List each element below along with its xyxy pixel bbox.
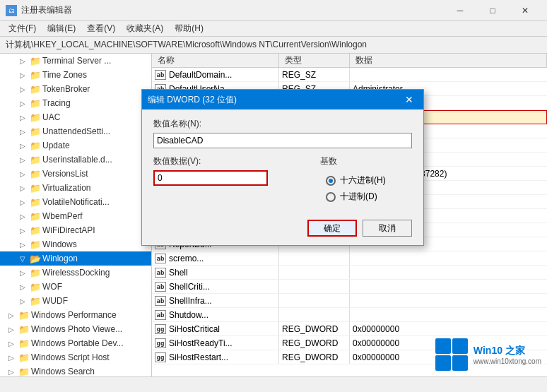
expand-icon: ▷ <box>17 114 28 121</box>
cancel-button[interactable]: 取消 <box>363 220 412 237</box>
address-bar: 计算机\HKEY_LOCAL_MACHINE\SOFTWARE\Microsof… <box>0 37 547 54</box>
cell-data: 0x00000000 <box>350 322 547 335</box>
tree-item-uac[interactable]: ▷ 📁 UAC <box>0 110 151 124</box>
folder-icon: 📁 <box>30 56 41 66</box>
folder-icon: 📁 <box>30 296 41 307</box>
tree-item-label: Windows <box>42 239 77 249</box>
tree-item-wirelessdocking[interactable]: ▷ 📁 WirelesssDocking <box>0 266 151 280</box>
tree-item-label: Windows Search <box>31 367 95 376</box>
expand-icon: ▷ <box>17 241 28 249</box>
folder-icon: 📁 <box>30 84 41 95</box>
col-header-data[interactable]: 数据 <box>350 54 547 67</box>
radio-hex-circle <box>326 176 336 186</box>
tree-scroll[interactable]: ▷ 📁 Terminal Server ... ▷ 📁 Time Zones ▷… <box>0 54 151 392</box>
tree-item-versionslist[interactable]: ▷ 📁 VersionsList <box>0 167 151 181</box>
folder-icon: 📁 <box>30 141 41 151</box>
table-row[interactable]: abShutdow... <box>152 308 547 322</box>
dialog-title: 编辑 DWORD (32 位值) <box>148 94 237 106</box>
col-header-name[interactable]: 名称 <box>152 54 279 67</box>
cell-type <box>279 294 350 307</box>
reg-icon-ab: ab <box>155 254 166 263</box>
dialog-body: 数值名称(N): 数值数据(V): 基数 十六进制(H) <box>142 109 423 214</box>
tree-item-windows-performance[interactable]: ▷ 📁 Windows Performance <box>0 308 151 322</box>
reg-icon-dword: gg <box>155 338 166 348</box>
cell-name: abDefaultDomain... <box>152 68 279 81</box>
folder-icon: 📁 <box>30 268 41 278</box>
table-row[interactable]: abDefaultDomain... REG_SZ <box>152 68 547 82</box>
tree-item-time-zones[interactable]: ▷ 📁 Time Zones <box>0 68 151 82</box>
folder-icon: 📁 <box>30 126 41 137</box>
tree-item-windows-portable[interactable]: ▷ 📁 Windows Portable Dev... <box>0 336 151 350</box>
table-row[interactable]: abscremo... <box>152 251 547 266</box>
expand-icon: ▷ <box>17 128 28 136</box>
tree-item-windows-script[interactable]: ▷ 📁 Windows Script Host <box>0 350 151 364</box>
tree-item-windows-photo[interactable]: ▷ 📁 Windows Photo Viewe... <box>0 322 151 336</box>
cell-name: ggSiHostCritical <box>152 322 279 335</box>
main-content: ▷ 📁 Terminal Server ... ▷ 📁 Time Zones ▷… <box>0 54 547 392</box>
radio-dec[interactable]: 十进制(D) <box>326 191 406 203</box>
tree-item-tracing[interactable]: ▷ 📁 Tracing <box>0 96 151 110</box>
tree-item-wifidirectapi[interactable]: ▷ 📁 WiFiDirectAPI <box>0 223 151 237</box>
cell-name: abShellCriti... <box>152 280 279 293</box>
menu-view[interactable]: 查看(V) <box>81 21 121 36</box>
tree-item-label: Windows Portable Dev... <box>31 338 124 348</box>
cell-name: ggSiHostReadyTi... <box>152 336 279 350</box>
folder-icon: 📁 <box>30 98 41 109</box>
cell-name: abscremo... <box>152 251 279 265</box>
menu-edit[interactable]: 编辑(E) <box>42 21 81 36</box>
close-button[interactable]: ✕ <box>509 0 541 21</box>
folder-icon: 📁 <box>30 112 41 123</box>
value-data-input[interactable] <box>153 170 268 186</box>
title-bar: 🗂 注册表编辑器 ─ □ ✕ <box>0 0 547 21</box>
tree-item-tokenbroker[interactable]: ▷ 📁 TokenBroker <box>0 82 151 96</box>
tree-item-windows[interactable]: ▷ 📁 Windows <box>0 237 151 251</box>
expand-icon: ▽ <box>17 255 28 263</box>
folder-icon: 📁 <box>30 70 41 81</box>
tree-item-update[interactable]: ▷ 📁 Update <box>0 138 151 153</box>
tree-item-unattended[interactable]: ▷ 📁 UnattendedSetti... <box>0 124 151 138</box>
reg-icon-ab: ab <box>155 70 166 80</box>
expand-icon: ▷ <box>17 283 28 291</box>
tree-item-volatilenotification[interactable]: ▷ 📁 VolatileNotificati... <box>0 195 151 209</box>
tree-item-label: Winlogon <box>42 254 78 263</box>
tree-item-winlogon[interactable]: ▽ 📂 Winlogon <box>0 251 151 266</box>
tree-item-terminal-server[interactable]: ▷ 📁 Terminal Server ... <box>0 54 151 68</box>
app-title: 注册表编辑器 <box>21 4 72 16</box>
cell-data <box>350 68 547 81</box>
col-header-type[interactable]: 类型 <box>279 54 350 67</box>
tree-item-virtualization[interactable]: ▷ 📁 Virtualization <box>0 181 151 195</box>
menu-help[interactable]: 帮助(H) <box>169 21 209 36</box>
maximize-button[interactable]: □ <box>476 0 509 21</box>
table-row[interactable]: ggSiHostReadyTi... REG_DWORD 0x00000000 <box>152 336 547 350</box>
tree-panel: ▷ 📁 Terminal Server ... ▷ 📁 Time Zones ▷… <box>0 54 152 392</box>
tree-item-label: WiFiDirectAPI <box>42 225 95 235</box>
value-name-input[interactable] <box>153 133 412 148</box>
tree-item-userinstallable[interactable]: ▷ 📁 Userinstallable.d... <box>0 153 151 167</box>
table-row[interactable]: abShellInfra... <box>152 294 547 308</box>
folder-icon: 📁 <box>30 155 41 165</box>
table-row[interactable]: abShellCriti... <box>152 280 547 294</box>
reg-icon-ab: ab <box>155 310 166 320</box>
radio-hex[interactable]: 十六进制(H) <box>326 174 406 186</box>
menu-favorites[interactable]: 收藏夹(A) <box>121 21 169 36</box>
tree-item-label: WUDF <box>42 296 68 306</box>
table-row[interactable]: ggSiHostRestart... REG_DWORD 0x00000000 <box>152 350 547 364</box>
cell-type <box>279 280 350 293</box>
table-row[interactable]: ggSiHostCritical REG_DWORD 0x00000000 <box>152 322 547 336</box>
tree-item-wbemperf[interactable]: ▷ 📁 WbemPerf <box>0 209 151 223</box>
expand-icon: ▷ <box>17 198 28 206</box>
minimize-button[interactable]: ─ <box>444 0 476 21</box>
dialog-close-button[interactable]: ✕ <box>401 91 418 108</box>
tree-item-label: Virtualization <box>42 183 90 193</box>
tree-item-wudf[interactable]: ▷ 📁 WUDF <box>0 294 151 308</box>
expand-icon: ▷ <box>17 71 28 79</box>
menu-file[interactable]: 文件(F) <box>3 21 42 36</box>
ok-button[interactable]: 确定 <box>307 220 357 237</box>
table-row-shell[interactable]: abShell <box>152 266 547 280</box>
tree-item-wof[interactable]: ▷ 📁 WOF <box>0 280 151 294</box>
cell-type <box>279 308 350 321</box>
expand-icon: ▷ <box>6 368 17 376</box>
reg-icon-dword: gg <box>155 352 166 362</box>
folder-icon: 📁 <box>30 225 41 236</box>
edit-dword-dialog: 编辑 DWORD (32 位值) ✕ 数值名称(N): 数值数据(V): 基数 … <box>141 89 424 246</box>
